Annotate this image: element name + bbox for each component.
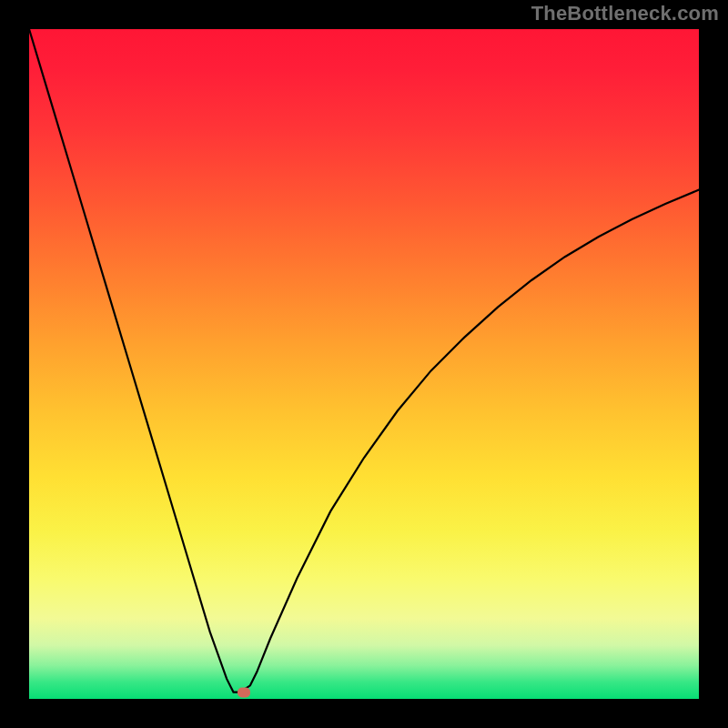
bottleneck-curve [29,29,699,699]
curve-path [29,29,699,693]
optimal-marker [238,687,250,697]
chart-frame: TheBottleneck.com [0,0,728,728]
watermark-text: TheBottleneck.com [531,2,719,25]
plot-area [29,29,699,699]
